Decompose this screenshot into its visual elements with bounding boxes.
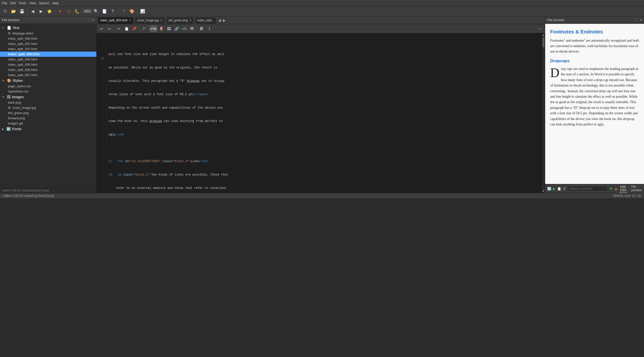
tab-dot-green[interactable]: dot_green.png ✕ <box>166 17 194 24</box>
et-bold-button[interactable]: B <box>198 25 205 32</box>
fb-item-page-styles[interactable]: page_styles.css <box>0 84 96 89</box>
fp-next-result-button[interactable]: ▲ <box>614 185 618 192</box>
tab-scroll-left[interactable]: ◀ <box>217 18 222 22</box>
fb-item-image1-gif[interactable]: image1.gif <box>0 121 96 126</box>
fb-item-back-png[interactable]: back.png <box>0 100 96 105</box>
tab-label: index_split_003.html <box>100 19 127 22</box>
heart-button[interactable]: ♥ <box>56 8 64 15</box>
fp-copy-button[interactable]: 📋 <box>557 185 561 192</box>
fp-expand-icon[interactable]: ⛶ <box>635 18 638 22</box>
tab-close-dot-green[interactable]: ✕ <box>189 19 192 22</box>
fp-prev-result-button[interactable]: ▼ <box>609 185 613 192</box>
et-paste-button[interactable]: 📌 <box>131 25 138 32</box>
et-link-button[interactable]: 🔗 <box>173 25 180 32</box>
paint-button[interactable]: 🎨 <box>128 8 136 15</box>
quote-button[interactable]: ❝ <box>120 8 127 15</box>
fp-reload-button[interactable]: ↺ <box>563 185 566 192</box>
fb-item-split004[interactable]: index_split_004.html <box>0 57 96 62</box>
fb-section-styles[interactable]: ▼ 🎨 Styles <box>0 78 96 84</box>
tab-label: cover_image.jpg <box>137 19 159 22</box>
tab-close-cover[interactable]: ✕ <box>160 19 162 22</box>
scroll-down-arrow[interactable]: ▼ <box>542 189 545 193</box>
fb-item-split000[interactable]: index_split_000.html <box>0 36 96 41</box>
fp-refresh-button[interactable]: 🔄 <box>547 185 551 192</box>
fp-search-field[interactable] <box>567 186 608 191</box>
toolbar-separator-2 <box>55 9 55 14</box>
fb-item-forward-png[interactable]: forward.png <box>0 116 96 121</box>
new-file-button[interactable]: ➕ <box>2 8 9 15</box>
fb-section-fonts[interactable]: ▶ 🔤 Fonts <box>0 126 96 132</box>
fb-close-icon[interactable]: ✕ <box>92 18 94 22</box>
bookmark-button[interactable]: ⭐ <box>46 8 53 15</box>
tab-cover-image[interactable]: cover_image.jpg ✕ <box>134 17 165 24</box>
font-button[interactable]: T <box>109 8 117 15</box>
file-browser-tree: ▼ 📄 Text 🖹 titlepage.xhtml index_split_0… <box>0 24 96 188</box>
fb-section-images[interactable]: ▼ 🖼 Images <box>0 94 96 100</box>
menu-edit[interactable]: Edit <box>10 1 16 5</box>
forward-button[interactable]: ▶ <box>38 8 45 15</box>
fb-item-split006[interactable]: index_split_006.html <box>0 67 96 72</box>
et-undo-button[interactable]: ↩ <box>98 25 105 32</box>
et-more-button[interactable]: ⋯ <box>536 25 544 32</box>
fb-item-titlepage[interactable]: 🖹 titlepage.xhtml <box>0 31 96 36</box>
fb-item-stylesheet[interactable]: stylesheet.css <box>0 89 96 94</box>
et-copy-button[interactable]: 📋 <box>123 25 130 32</box>
fb-section-text[interactable]: ▼ 📄 Text <box>0 25 96 31</box>
images-section-icon: 🖼 <box>7 95 10 99</box>
fb-item-split003[interactable]: index_split_003.html <box>0 52 96 57</box>
et-html-button[interactable]: HTML <box>150 25 157 32</box>
fb-item-split002[interactable]: index_split_002.html <box>0 46 96 52</box>
et-sep-3 <box>148 26 149 31</box>
tab-index-split-other[interactable]: index_split... <box>195 17 217 24</box>
spellcheck-button[interactable]: ABC <box>84 8 92 15</box>
scroll-thumb[interactable] <box>542 38 544 47</box>
circle-button[interactable]: ⊙ <box>65 8 72 15</box>
text-section-icon: 📄 <box>7 26 11 30</box>
et-comment-button[interactable]: /* <box>140 25 148 32</box>
fb-item-dot-green[interactable]: dot_green.png <box>0 110 96 116</box>
fp-tab-filepreview[interactable]: File preview <box>630 184 642 193</box>
code-editor[interactable]: will use font size and line height to si… <box>106 33 542 193</box>
open-file-button[interactable]: 📂 <box>10 8 17 15</box>
tab-close-split003[interactable]: ✕ <box>129 19 131 22</box>
fp-play-button[interactable]: ▶ <box>553 185 556 192</box>
et-heading-button[interactable]: H <box>188 25 196 32</box>
fp-header: File preview ⛶ ✕ <box>545 16 644 24</box>
tab-scroll-right[interactable]: ▶ <box>222 18 227 22</box>
fb-item-split007[interactable]: index_split_007.html <box>0 72 96 78</box>
menu-help[interactable]: Help <box>52 1 59 5</box>
fp-title: File preview <box>547 18 564 22</box>
et-image-button[interactable]: 🖼 <box>166 25 172 32</box>
fp-para-footnotes: Footnotes1 and endnotes2 are automatical… <box>550 38 639 55</box>
et-tag-button[interactable]: </> <box>181 25 188 32</box>
tab-index-split-003[interactable]: index_split_003.html ✕ <box>98 17 134 24</box>
scroll-up-arrow[interactable]: ▲ <box>542 33 545 37</box>
image-icon: 🖹 <box>8 106 11 110</box>
fp-footer: 🔄 ▶ 📋 ↺ ▼ ▲ Live CSS File preview <box>545 184 644 193</box>
chart-button[interactable]: 📊 <box>139 8 146 15</box>
toc-button[interactable]: 📑 <box>101 8 108 15</box>
menu-search[interactable]: Search <box>39 1 49 5</box>
fb-arrow-fonts: ▶ <box>2 128 4 130</box>
menu-tools[interactable]: Tools <box>18 1 26 5</box>
fp-tab-bar: Live CSS File preview <box>619 184 642 193</box>
editor-scrollbar[interactable]: ▲ ▼ <box>542 33 545 193</box>
et-italic-button[interactable]: I <box>206 25 213 32</box>
back-button[interactable]: ◀ <box>29 8 36 15</box>
et-flower-button[interactable]: 🌷 <box>158 25 165 32</box>
et-redo-button[interactable]: ↪ <box>106 25 113 32</box>
fb-expand-icon[interactable]: ⛶ <box>88 18 91 22</box>
save-button[interactable]: 💾 <box>18 8 26 15</box>
fb-item-split001[interactable]: index_split_001.html <box>0 41 96 46</box>
menu-file[interactable]: File <box>2 1 7 5</box>
bug-button[interactable]: 🐛 <box>73 8 81 15</box>
search-replace-button[interactable]: 🔍 <box>92 8 100 15</box>
fb-item-split005[interactable]: index_split_005.html <box>0 62 96 67</box>
toolbar-separator-3 <box>82 9 82 14</box>
et-cut-button[interactable]: ✂ <box>116 25 122 32</box>
tab-label: dot_green.png <box>168 19 188 22</box>
fp-tab-livecss[interactable]: Live CSS <box>619 184 628 193</box>
fb-item-cover-image[interactable]: 🖹 cover_image.jpg <box>0 105 96 110</box>
fp-close-icon[interactable]: ✕ <box>640 18 642 22</box>
menu-view[interactable]: View <box>29 1 36 5</box>
